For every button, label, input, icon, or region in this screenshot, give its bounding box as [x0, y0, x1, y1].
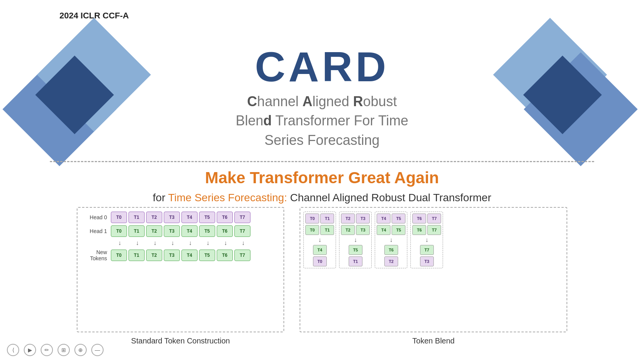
table-row: T1 — [320, 214, 334, 223]
arrow: ↓ — [182, 239, 198, 247]
table-row: T6 — [217, 212, 233, 223]
table-row: T4 — [181, 212, 198, 223]
table-row: T4 — [181, 250, 198, 261]
table-row: T7 — [427, 214, 441, 223]
table-row: T3 — [164, 225, 180, 237]
diagram-area: Head 0 T0 T1 T2 T3 T4 T5 T6 T7 Head 1 T0… — [77, 207, 567, 332]
arrow: ↓ — [129, 239, 145, 247]
table-row: T0 — [313, 256, 327, 266]
table-row: T6 — [217, 225, 233, 237]
main-headline: Make Transformer Great Again — [0, 169, 644, 187]
table-row: T1 — [128, 212, 145, 223]
table-row: T0 — [111, 212, 127, 223]
table-row: T0 — [305, 214, 319, 223]
sub-headline-orange: Time Series Forecasting: — [168, 192, 287, 204]
sub-headline: for Time Series Forecasting: Channel Ali… — [0, 192, 644, 204]
card-title: CARD — [0, 42, 644, 91]
table-row: T5 — [349, 245, 362, 255]
table-row: T5 — [392, 225, 405, 235]
table-row: T1 — [349, 256, 362, 266]
table-row: T6 — [412, 225, 426, 235]
play-button[interactable]: ▶ — [24, 344, 36, 356]
head0-label: Head 0 — [81, 214, 109, 220]
table-row: T3 — [356, 214, 370, 223]
newtokens-row: New Tokens T0 T1 T2 T3 T4 T5 T6 T7 — [81, 249, 280, 261]
table-row: T6 — [217, 250, 233, 261]
arrow: ↓ — [235, 239, 251, 247]
table-row: T5 — [199, 225, 215, 237]
table-row: T1 — [128, 225, 145, 237]
table-row: T4 — [377, 214, 390, 223]
head1-label: Head 1 — [81, 228, 109, 234]
prev-button[interactable]: ⟨ — [7, 344, 19, 356]
table-row: T2 — [384, 256, 398, 266]
subtitle: Channel Aligned Robust Blend Transformer… — [0, 92, 644, 150]
table-row: T6 — [412, 214, 426, 223]
sub-headline-suffix: Channel Aligned Robust Dual Transformer — [287, 192, 491, 204]
table-row: T5 — [392, 214, 405, 223]
table-row: T2 — [341, 214, 355, 223]
arrow: ↓ — [147, 239, 163, 247]
grid-button[interactable]: ⊞ — [58, 344, 70, 356]
table-row: T1 — [128, 250, 145, 261]
left-diagram-label: Standard Token Construction — [77, 337, 283, 345]
table-row: T2 — [146, 225, 162, 237]
table-row: T7 — [234, 225, 250, 237]
table-row: T1 — [320, 225, 334, 235]
sub-headline-prefix: for — [153, 192, 168, 204]
table-row: T4 — [377, 225, 390, 235]
table-row: T3 — [164, 212, 180, 223]
table-row: T0 — [111, 225, 127, 237]
table-row: T5 — [199, 250, 215, 261]
zoom-button[interactable]: ⊕ — [74, 344, 87, 356]
table-row: T7 — [234, 250, 250, 261]
table-row: T4 — [181, 225, 198, 237]
table-row: T0 — [111, 250, 127, 261]
table-row: T3 — [164, 250, 180, 261]
arrow: ↓ — [112, 239, 128, 247]
head1-row: Head 1 T0 T1 T2 T3 T4 T5 T6 T7 — [81, 225, 280, 237]
table-row: T2 — [146, 250, 162, 261]
right-diagram: T0 T1 T0 T1 ↓ T4 T0 — [300, 207, 567, 332]
arrow: ↓ — [165, 239, 181, 247]
table-row: T5 — [199, 212, 215, 223]
arrows-row: ↓ ↓ ↓ ↓ ↓ ↓ ↓ ↓ — [81, 239, 280, 247]
table-row: T4 — [313, 245, 327, 255]
bottom-controls: ⟨ ▶ ✏ ⊞ ⊕ — — [7, 344, 104, 356]
edit-button[interactable]: ✏ — [41, 344, 53, 356]
table-row: T3 — [356, 225, 370, 235]
table-row: T6 — [384, 245, 398, 255]
table-row: T7 — [427, 225, 441, 235]
arrow: ↓ — [200, 239, 216, 247]
table-row: T2 — [146, 212, 162, 223]
right-diagram-label: Token Blend — [300, 337, 567, 345]
left-diagram: Head 0 T0 T1 T2 T3 T4 T5 T6 T7 Head 1 T0… — [77, 207, 284, 332]
head0-row: Head 0 T0 T1 T2 T3 T4 T5 T6 T7 — [81, 212, 280, 223]
table-row: T7 — [420, 245, 434, 255]
newtokens-label: New Tokens — [81, 249, 109, 261]
table-row: T2 — [341, 225, 355, 235]
table-row: T7 — [234, 212, 250, 223]
table-row: T3 — [420, 256, 434, 266]
divider — [50, 161, 594, 162]
arrow: ↓ — [217, 239, 234, 247]
table-row: T0 — [305, 225, 319, 235]
minus-button[interactable]: — — [91, 344, 104, 356]
